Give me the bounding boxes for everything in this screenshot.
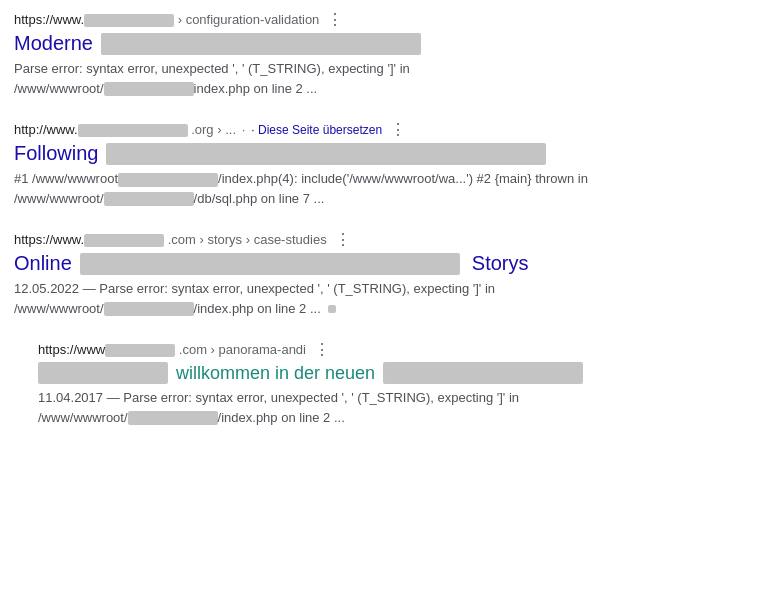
snippet-redact [104, 82, 194, 96]
snippet-redact [104, 302, 194, 316]
result-2-url-row: http://www. .org › ... · · Diese Seite ü… [14, 120, 767, 139]
snippet-redact-1 [118, 173, 218, 187]
url-redact [84, 14, 174, 27]
result-3-title-link[interactable]: Online [14, 252, 72, 275]
result-1-title-redact [101, 33, 421, 55]
result-3-url: https://www. .com › storys › case-studie… [14, 232, 327, 247]
result-3-snippet: 12.05.2022 — Parse error: syntax error, … [14, 279, 767, 318]
result-4-snippet: 11.04.2017 — Parse error: syntax error, … [38, 388, 767, 427]
result-1-more-options[interactable]: ⋮ [327, 10, 343, 29]
search-result-2: http://www. .org › ... · · Diese Seite ü… [14, 120, 767, 208]
result-2-url: http://www. .org › ... [14, 122, 236, 137]
result-4-more-options[interactable]: ⋮ [314, 340, 330, 359]
search-result-3: https://www. .com › storys › case-studie… [14, 230, 767, 318]
result-3-title-storys[interactable]: Storys [472, 252, 529, 275]
result-1-title-row: Moderne [14, 32, 767, 55]
small-square-redact [328, 305, 336, 313]
result-2-translate-link[interactable]: · Diese Seite übersetzen [251, 123, 382, 137]
result-4-title-row: willkommen in der neuen [38, 362, 767, 384]
result-3-more-options[interactable]: ⋮ [335, 230, 351, 249]
result-4-title-cyan[interactable]: willkommen in der neuen [176, 363, 375, 384]
result-3-url-row: https://www. .com › storys › case-studie… [14, 230, 767, 249]
result-1-url: https://www. › configuration-validation [14, 12, 319, 27]
result-4-title-redact-right [383, 362, 583, 384]
result-4-title-redact-left [38, 362, 168, 384]
url-redact [105, 344, 175, 357]
url-redact [84, 234, 164, 247]
result-1-title-link[interactable]: Moderne [14, 32, 93, 55]
url-redact [78, 124, 188, 137]
result-4-url: https://www .com › panorama-andi [38, 342, 306, 357]
result-3-title-row: Online Storys [14, 252, 767, 275]
result-4-url-row: https://www .com › panorama-andi ⋮ [38, 340, 767, 359]
search-result-1: https://www. › configuration-validation … [14, 10, 767, 98]
search-result-4: https://www .com › panorama-andi ⋮ willk… [38, 340, 767, 427]
snippet-redact-2 [104, 192, 194, 206]
result-1-snippet: Parse error: syntax error, unexpected ',… [14, 59, 767, 98]
result-1-url-row: https://www. › configuration-validation … [14, 10, 767, 29]
result-2-title-link[interactable]: Following [14, 142, 98, 165]
result-2-title-redact [106, 143, 546, 165]
result-2-title-row: Following [14, 142, 767, 165]
result-3-title-redact [80, 253, 460, 275]
result-2-snippet: #1 /www/wwwroot/index.php(4): include('/… [14, 169, 767, 208]
result-2-more-options[interactable]: ⋮ [390, 120, 406, 139]
snippet-redact [128, 411, 218, 425]
